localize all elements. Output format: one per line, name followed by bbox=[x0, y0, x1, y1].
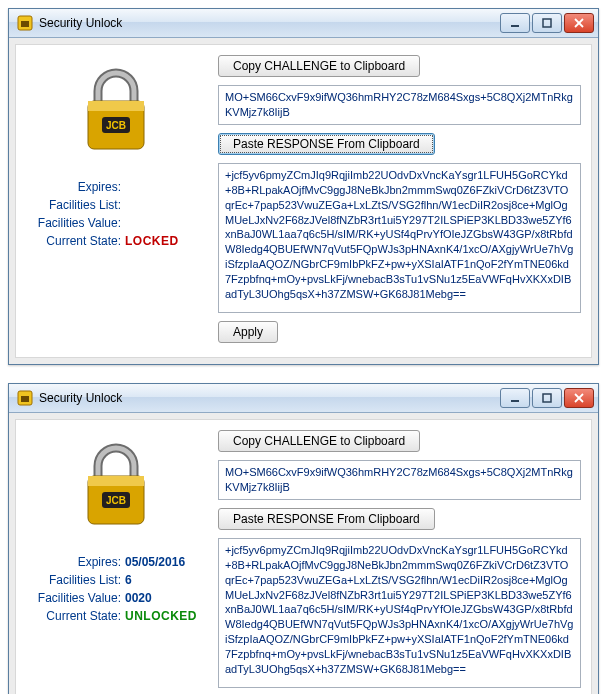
app-icon bbox=[17, 390, 33, 406]
client-area: JCB Expires: Facilities List: Facilities… bbox=[15, 44, 592, 358]
facilities-list-label: Facilities List: bbox=[26, 573, 121, 587]
maximize-button[interactable] bbox=[532, 388, 562, 408]
window-security-unlock: Security Unlock JCB Expires: Faci bbox=[8, 8, 599, 365]
svg-rect-3 bbox=[543, 19, 551, 27]
padlock-icon: JCB bbox=[80, 440, 152, 533]
facilities-list-value: 6 bbox=[125, 573, 132, 587]
current-state-label: Current State: bbox=[26, 234, 121, 248]
minimize-button[interactable] bbox=[500, 388, 530, 408]
right-pane: Copy CHALLENGE to Clipboard MO+SM66CxvF9… bbox=[206, 55, 581, 343]
facilities-value-label: Facilities Value: bbox=[26, 591, 121, 605]
current-state-value: LOCKED bbox=[125, 234, 179, 248]
svg-rect-7 bbox=[88, 101, 144, 111]
apply-button[interactable]: Apply bbox=[218, 321, 278, 343]
copy-challenge-button[interactable]: Copy CHALLENGE to Clipboard bbox=[218, 55, 420, 77]
app-icon bbox=[17, 15, 33, 31]
left-pane: JCB Expires:05/05/2016 Facilities List:6… bbox=[26, 430, 206, 694]
window-title: Security Unlock bbox=[39, 16, 122, 30]
current-state-label: Current State: bbox=[26, 609, 121, 623]
right-pane: Copy CHALLENGE to Clipboard MO+SM66CxvF9… bbox=[206, 430, 581, 694]
svg-rect-1 bbox=[21, 21, 29, 27]
expires-label: Expires: bbox=[26, 555, 121, 569]
facilities-value-label: Facilities Value: bbox=[26, 216, 121, 230]
left-pane: JCB Expires: Facilities List: Facilities… bbox=[26, 55, 206, 343]
svg-rect-11 bbox=[21, 396, 29, 402]
copy-challenge-button[interactable]: Copy CHALLENGE to Clipboard bbox=[218, 430, 420, 452]
svg-text:JCB: JCB bbox=[106, 495, 126, 506]
window-controls bbox=[500, 388, 594, 408]
client-area: JCB Expires:05/05/2016 Facilities List:6… bbox=[15, 419, 592, 694]
svg-text:JCB: JCB bbox=[106, 120, 126, 131]
info-table: Expires:05/05/2016 Facilities List:6 Fac… bbox=[26, 551, 206, 627]
titlebar[interactable]: Security Unlock bbox=[9, 384, 598, 413]
minimize-button[interactable] bbox=[500, 13, 530, 33]
padlock-icon: JCB bbox=[80, 65, 152, 158]
paste-response-button[interactable]: Paste RESPONSE From Clipboard bbox=[218, 508, 435, 530]
window-title: Security Unlock bbox=[39, 391, 122, 405]
window-security-unlock: Security Unlock JCB Expires:05/05/2016 bbox=[8, 383, 599, 694]
expires-value: 05/05/2016 bbox=[125, 555, 185, 569]
response-textbox[interactable]: +jcf5yv6pmyZCmJIq9RqjiImb22UOdvDxVncKaYs… bbox=[218, 163, 581, 313]
info-table: Expires: Facilities List: Facilities Val… bbox=[26, 176, 206, 252]
expires-label: Expires: bbox=[26, 180, 121, 194]
svg-rect-17 bbox=[88, 476, 144, 486]
titlebar[interactable]: Security Unlock bbox=[9, 9, 598, 38]
svg-rect-13 bbox=[543, 394, 551, 402]
challenge-textbox[interactable]: MO+SM66CxvF9x9ifWQ36hmRHY2C78zM684Sxgs+5… bbox=[218, 460, 581, 500]
facilities-list-label: Facilities List: bbox=[26, 198, 121, 212]
response-textbox[interactable]: +jcf5yv6pmyZCmJIq9RqjiImb22UOdvDxVncKaYs… bbox=[218, 538, 581, 688]
window-controls bbox=[500, 13, 594, 33]
maximize-button[interactable] bbox=[532, 13, 562, 33]
paste-response-button[interactable]: Paste RESPONSE From Clipboard bbox=[218, 133, 435, 155]
close-button[interactable] bbox=[564, 13, 594, 33]
challenge-textbox[interactable]: MO+SM66CxvF9x9ifWQ36hmRHY2C78zM684Sxgs+5… bbox=[218, 85, 581, 125]
current-state-value: UNLOCKED bbox=[125, 609, 197, 623]
facilities-value-value: 0020 bbox=[125, 591, 152, 605]
close-button[interactable] bbox=[564, 388, 594, 408]
